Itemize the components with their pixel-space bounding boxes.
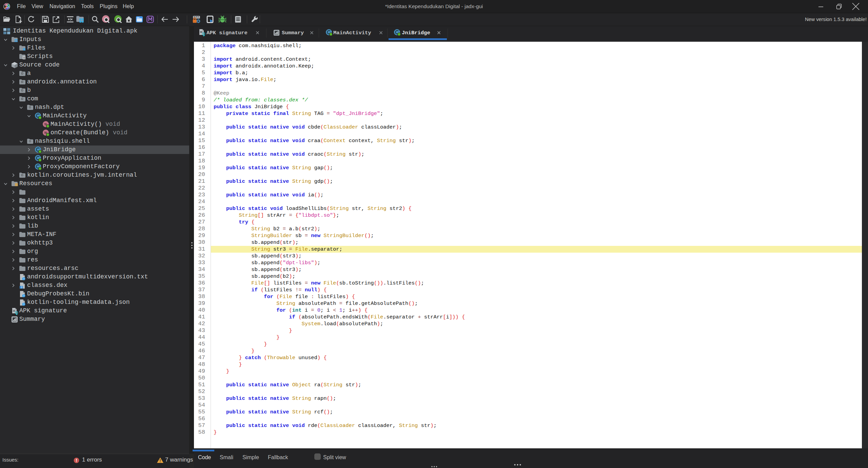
svg-text:?: ?: [23, 277, 25, 280]
svg-text:?: ?: [23, 303, 25, 306]
svg-text:J: J: [20, 286, 22, 289]
svg-text:?: ?: [23, 294, 25, 297]
